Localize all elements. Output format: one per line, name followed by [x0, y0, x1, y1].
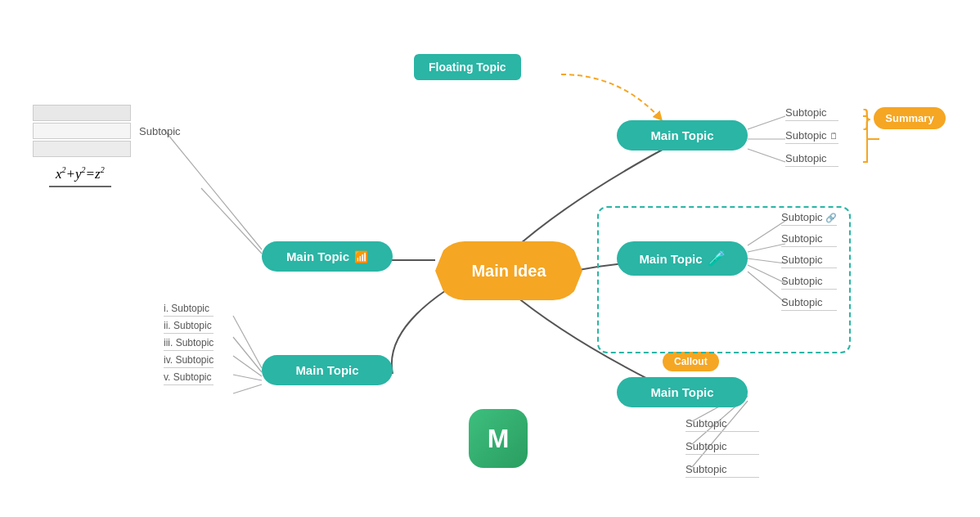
subtopic-mr-2: Subtopic — [781, 232, 837, 247]
main-idea-label: Main Idea — [471, 262, 546, 281]
summary-label: Summary — [885, 112, 933, 124]
subtopic-tr-2: Subtopic 🗒 — [785, 129, 838, 144]
svg-line-16 — [233, 384, 262, 393]
svg-line-15 — [233, 375, 262, 380]
main-topic-mid-left-label: Main Topic — [286, 250, 349, 263]
callout-label: Callout — [674, 356, 708, 367]
main-topic-mid-right[interactable]: Main Topic 🧪 — [617, 241, 748, 276]
subtopic-tr-3: Subtopic — [785, 152, 838, 167]
num-subtopic-4: iv. Subtopic — [164, 354, 214, 368]
svg-line-17 — [201, 188, 262, 254]
subtopic-mr-3: Subtopic — [781, 254, 837, 268]
main-topic-bot-right-label: Main Topic — [650, 385, 713, 399]
summary-box: Summary — [874, 107, 945, 129]
main-topic-top-right-label: Main Topic — [650, 128, 713, 142]
wifi-icon: 📶 — [354, 250, 368, 263]
subtopic-br-3: Subtopic — [686, 463, 759, 478]
subtopic-mr-4: Subtopic — [781, 275, 837, 290]
num-subtopic-1: i. Subtopic — [164, 303, 214, 317]
main-topic-bot-left[interactable]: Main Topic — [262, 355, 393, 385]
app-icon[interactable]: M — [469, 409, 528, 468]
callout-bubble: Callout — [663, 352, 719, 371]
subtopic-br-2: Subtopic — [686, 440, 759, 455]
num-subtopic-3: iii. Subtopic — [164, 337, 214, 351]
subtopic-mr-1: Subtopic 🔗 — [781, 211, 837, 226]
svg-line-14 — [233, 356, 262, 376]
main-idea-node[interactable]: Main Idea — [435, 241, 582, 300]
subtopic-mr-5: Subtopic — [781, 296, 837, 311]
app-icon-letter: M — [488, 424, 510, 454]
main-topic-mid-right-label: Main Topic — [639, 252, 702, 266]
floating-topic-label: Floating Topic — [429, 61, 506, 74]
svg-line-13 — [233, 337, 262, 372]
subtopic-br-1: Subtopic — [686, 417, 759, 432]
svg-line-12 — [233, 316, 262, 368]
main-topic-mid-left[interactable]: Main Topic 📶 — [262, 241, 393, 272]
main-topic-bot-left-label: Main Topic — [295, 363, 358, 377]
main-topic-bot-right[interactable]: Main Topic — [617, 377, 748, 407]
num-subtopic-5: v. Subtopic — [164, 371, 214, 385]
svg-line-0 — [748, 116, 785, 129]
table-subtopic: Subtopic — [139, 125, 181, 137]
flask-icon: 🧪 — [708, 250, 726, 267]
main-topic-top-right[interactable]: Main Topic — [617, 120, 748, 151]
math-formula: x2+y2=z2 — [49, 162, 111, 187]
numbered-list: i. Subtopic ii. Subtopic iii. Subtopic i… — [164, 303, 214, 385]
svg-line-2 — [748, 149, 785, 162]
subtopic-tr-1: Subtopic — [785, 106, 838, 121]
num-subtopic-2: ii. Subtopic — [164, 320, 214, 334]
math-text: x2+y2=z2 — [56, 165, 105, 182]
floating-topic-node[interactable]: Floating Topic — [414, 54, 521, 80]
